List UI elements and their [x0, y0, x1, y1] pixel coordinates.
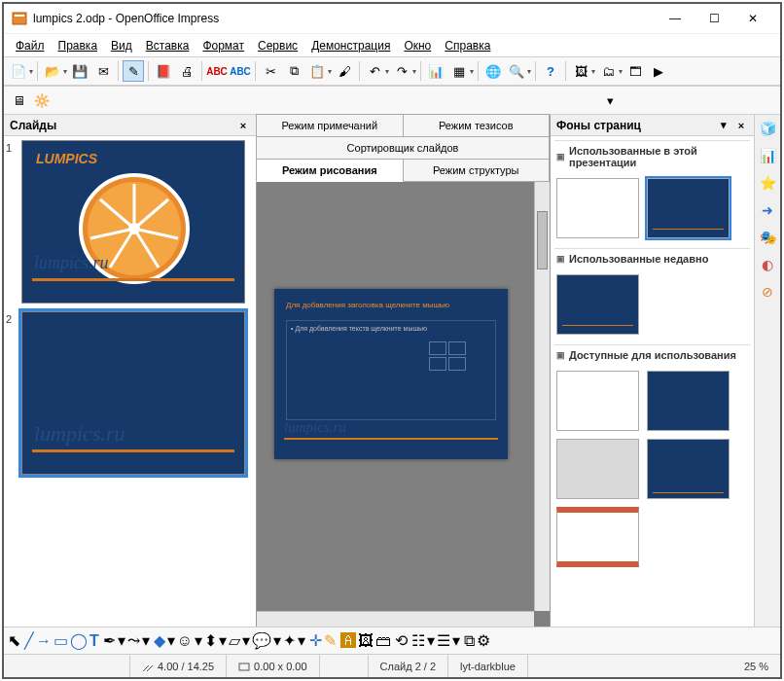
- close-button[interactable]: ✕: [733, 7, 772, 30]
- slide-thumb-1[interactable]: LUMPICS: [21, 140, 245, 304]
- bg-thumb[interactable]: [556, 274, 639, 335]
- slide-design-icon[interactable]: 🗂: [597, 60, 619, 82]
- tab-handout[interactable]: Режим тезисов: [403, 114, 551, 137]
- text-icon[interactable]: T: [89, 632, 99, 650]
- open-icon[interactable]: 📂: [42, 60, 63, 82]
- help-icon[interactable]: ?: [540, 60, 561, 82]
- chart-icon[interactable]: 📊: [425, 60, 446, 82]
- slide-title-placeholder[interactable]: Для добавления заголовка щелкните мышью: [286, 301, 496, 309]
- navigator-icon[interactable]: 🔍: [506, 60, 527, 82]
- minimize-button[interactable]: —: [656, 7, 695, 30]
- tab-outline[interactable]: Режим структуры: [403, 159, 551, 182]
- rail-gallery-icon[interactable]: ◐: [758, 255, 777, 274]
- slide-icon[interactable]: 🖼: [570, 60, 591, 82]
- line-icon[interactable]: ╱: [24, 631, 34, 650]
- vertical-scrollbar[interactable]: [534, 182, 550, 611]
- presentation-icon[interactable]: 🖥: [8, 90, 29, 111]
- rail-styles-icon[interactable]: 🎭: [758, 228, 777, 247]
- tab-notes[interactable]: Режим примечаний: [256, 114, 404, 137]
- tab-drawing[interactable]: Режим рисования: [256, 159, 404, 182]
- maximize-button[interactable]: ☐: [695, 7, 733, 30]
- align-icon[interactable]: ☷: [411, 631, 425, 650]
- connector-icon[interactable]: ⤳: [127, 631, 140, 650]
- menu-view[interactable]: Вид: [105, 37, 138, 54]
- slides-panel-close-icon[interactable]: ×: [236, 119, 250, 132]
- email-icon[interactable]: ✉: [92, 60, 114, 82]
- redo-icon[interactable]: ↷: [391, 60, 412, 82]
- menu-file[interactable]: Файл: [10, 37, 51, 54]
- new-doc-icon[interactable]: 📄: [8, 60, 29, 82]
- copy-icon[interactable]: ⧉: [283, 60, 304, 82]
- content-layout-icons[interactable]: [429, 341, 466, 371]
- rail-transition-icon[interactable]: ➜: [758, 200, 777, 220]
- rect-icon[interactable]: ▭: [53, 631, 68, 650]
- rail-animation-icon[interactable]: ⭐: [758, 173, 777, 193]
- curve-icon[interactable]: ✒: [103, 631, 116, 650]
- pdf-icon[interactable]: 📕: [153, 60, 174, 82]
- bg-thumb[interactable]: [647, 439, 730, 499]
- shapes-icon[interactable]: ◆: [154, 631, 165, 650]
- menu-help[interactable]: Справка: [439, 37, 496, 54]
- slide-thumb-row[interactable]: 1 LUMPICS: [6, 140, 254, 304]
- undo-icon[interactable]: ↶: [364, 60, 385, 82]
- slide-thumb-row[interactable]: 2 lumpics.ru: [6, 311, 254, 475]
- flowchart-icon[interactable]: ▱: [229, 631, 240, 650]
- gallery2-icon[interactable]: 🗃: [375, 632, 391, 650]
- interaction-icon[interactable]: ⚙: [477, 631, 490, 650]
- table-icon[interactable]: ▦: [448, 60, 470, 82]
- fontwork-icon[interactable]: 🅰: [340, 632, 356, 650]
- cut-icon[interactable]: ✂: [260, 60, 281, 82]
- callouts-icon[interactable]: 💬: [252, 631, 271, 650]
- edit-icon[interactable]: ✎: [123, 60, 144, 82]
- stars-icon[interactable]: ✦: [283, 631, 296, 650]
- slide-layout-icon[interactable]: 🗔: [624, 60, 646, 82]
- slide-canvas[interactable]: Для добавления заголовка щелкните мышью …: [274, 289, 508, 459]
- horizontal-scrollbar[interactable]: [257, 611, 534, 627]
- slide-canvas-area[interactable]: Для добавления заголовка щелкните мышью …: [257, 182, 550, 627]
- bg-thumb[interactable]: [647, 178, 730, 238]
- bg-thumb[interactable]: [556, 507, 639, 567]
- select-icon[interactable]: ⬉: [8, 631, 20, 650]
- block-arrows-icon[interactable]: ⬍: [204, 631, 217, 650]
- bg-thumb[interactable]: [556, 371, 639, 431]
- menu-edit[interactable]: Правка: [53, 37, 104, 54]
- save-icon[interactable]: 💾: [69, 60, 90, 82]
- ellipse-icon[interactable]: ◯: [70, 631, 88, 650]
- menu-format[interactable]: Формат: [196, 37, 250, 54]
- tab-sorter[interactable]: Сортировщик слайдов: [256, 136, 550, 160]
- section-available[interactable]: ▣Доступные для использования: [554, 344, 750, 365]
- rotate-icon[interactable]: ⟲: [395, 631, 408, 650]
- arrange-icon[interactable]: ☰: [437, 631, 450, 650]
- menu-window[interactable]: Окно: [398, 37, 437, 54]
- spellcheck-icon[interactable]: ABC: [206, 60, 228, 82]
- status-zoom[interactable]: 25 %: [732, 655, 780, 677]
- rail-navigator-icon[interactable]: ⊘: [758, 282, 777, 302]
- menu-insert[interactable]: Вставка: [140, 37, 196, 54]
- color-icon[interactable]: 🔆: [31, 90, 53, 111]
- bg-thumb[interactable]: [556, 439, 639, 499]
- slideshow-icon[interactable]: ▶: [648, 60, 669, 82]
- bg-thumb[interactable]: [647, 371, 730, 431]
- hyperlink-icon[interactable]: 🌐: [482, 60, 504, 82]
- arrow-icon[interactable]: →: [36, 632, 52, 650]
- toolbar-dropdown-icon[interactable]: ▾: [599, 90, 621, 111]
- from-file-icon[interactable]: 🖼: [358, 632, 374, 650]
- menu-tools[interactable]: Сервис: [252, 37, 303, 54]
- glue-icon[interactable]: ✎: [324, 631, 337, 650]
- menu-slideshow[interactable]: Демонстрация: [305, 37, 396, 54]
- section-recently-used[interactable]: ▣Использованные недавно: [554, 248, 750, 269]
- symbol-shapes-icon[interactable]: ☺: [177, 632, 193, 650]
- section-used-in-presentation[interactable]: ▣Использованные в этой презентации: [554, 140, 750, 172]
- format-paint-icon[interactable]: 🖌: [334, 60, 355, 82]
- bg-thumb[interactable]: [556, 178, 639, 238]
- slide-thumb-2[interactable]: lumpics.ru: [21, 311, 245, 475]
- paste-icon[interactable]: 📋: [306, 60, 328, 82]
- rail-properties-icon[interactable]: 🧊: [758, 119, 777, 138]
- task-panel-close-icon[interactable]: ×: [734, 119, 748, 132]
- rail-master-icon[interactable]: 📊: [758, 146, 777, 165]
- slide-body-placeholder[interactable]: • Для добавления текста щелкните мышью: [286, 320, 496, 420]
- task-panel-menu-icon[interactable]: ▾: [717, 119, 731, 132]
- points-icon[interactable]: ✛: [309, 631, 322, 650]
- extrusion-icon[interactable]: ⧉: [464, 632, 475, 650]
- autocheck-icon[interactable]: ABC: [230, 60, 251, 82]
